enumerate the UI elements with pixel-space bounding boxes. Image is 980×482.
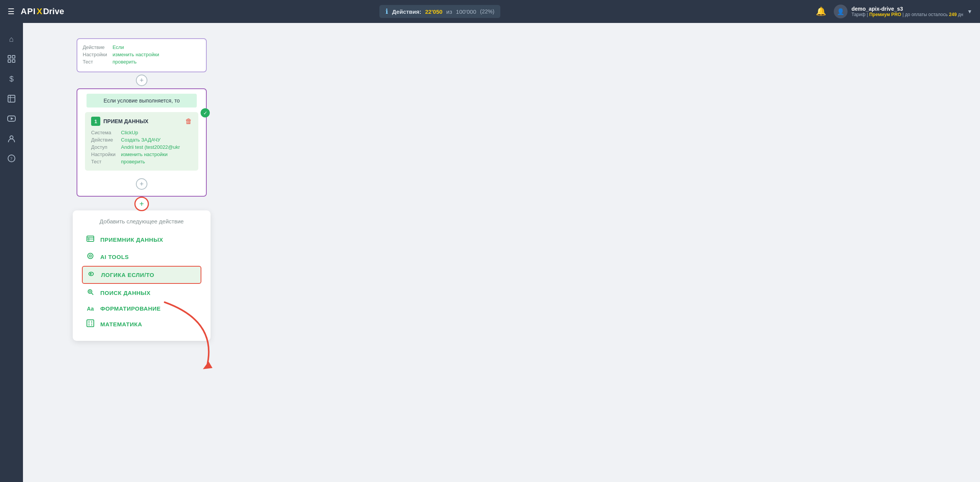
svg-rect-1	[12, 55, 15, 58]
data-search-icon	[86, 288, 95, 298]
actions-total: 100'000	[456, 8, 476, 15]
svg-marker-8	[11, 117, 13, 120]
sidebar-item-billing[interactable]: $	[3, 70, 20, 87]
header-right: 🔔 👤 demo_apix-drive_s3 Тариф | Премиум P…	[816, 5, 972, 18]
top-row-test: Тест проверить	[83, 59, 201, 65]
sidebar-item-help[interactable]: ?	[3, 150, 20, 167]
svg-text:?: ?	[10, 156, 13, 161]
if-logic-icon	[87, 270, 96, 280]
card-row-system: Система ClickUp	[91, 130, 192, 135]
actions-pct: (22%)	[480, 8, 494, 15]
menu-item-math[interactable]: МАТЕМАТИКА	[82, 316, 201, 332]
menu-item-data-search[interactable]: ПОИСК ДАННЫХ	[82, 285, 201, 301]
if-logic-label: ЛОГИКА ЕСЛИ/ТО	[101, 272, 154, 278]
main-layout: ⌂ $	[0, 23, 980, 482]
card-row-action: Действие Создать ЗАДАЧУ	[91, 137, 192, 143]
user-plan: Тариф | Премиум PRO | до оплаты осталось…	[851, 12, 963, 17]
math-icon	[86, 319, 95, 329]
content-area: Действие Если Настройки изменить настрой…	[23, 23, 980, 482]
card-header: 1 ПРИЕМ ДАННЫХ 🗑	[91, 117, 192, 126]
user-name: demo_apix-drive_s3	[851, 6, 963, 12]
card-number: 1	[91, 117, 100, 126]
actions-label: Действия:	[392, 8, 421, 15]
svg-rect-12	[87, 236, 94, 241]
data-receiver-icon	[86, 235, 95, 244]
add-action-button[interactable]: +	[134, 197, 149, 211]
card-row-access: Доступ Andrii test (test20022@ukr	[91, 144, 192, 150]
logo-x: X	[37, 7, 42, 16]
bell-icon[interactable]: 🔔	[816, 7, 826, 16]
logo: API X Drive	[21, 7, 64, 16]
formatting-label: ФОРМАТИРОВАНИЕ	[100, 305, 161, 312]
svg-point-18	[90, 256, 91, 256]
svg-rect-3	[12, 60, 15, 62]
logo-drive: Drive	[43, 7, 64, 16]
header-left: ☰ API X Drive	[8, 7, 64, 16]
hamburger-icon[interactable]: ☰	[8, 7, 15, 16]
card-row-test: Тест проверить	[91, 159, 192, 164]
card-row-settings: Настройки изменить настройки	[91, 151, 192, 157]
sidebar-item-profile[interactable]	[3, 130, 20, 147]
add-action-box: Добавить следующее действие ПРИЕМНИК ДАН…	[73, 210, 211, 341]
add-action-title: Добавить следующее действие	[82, 218, 201, 225]
sidebar-item-youtube[interactable]	[3, 110, 20, 127]
menu-item-if-logic[interactable]: ЛОГИКА ЕСЛИ/ТО	[82, 266, 201, 284]
data-card: 1 ПРИЕМ ДАННЫХ 🗑 Система ClickUp Действи…	[85, 112, 198, 171]
actions-used: 22'050	[425, 8, 443, 15]
svg-rect-0	[8, 55, 11, 58]
actions-counter: ℹ Действия: 22'050 из 100'000 (22%)	[379, 5, 500, 18]
add-action-wrapper: + Добавить следующее действие	[73, 197, 211, 341]
svg-marker-31	[203, 362, 212, 369]
sidebar: ⌂ $	[0, 23, 23, 482]
logo-api: API	[21, 7, 36, 16]
sidebar-item-tools[interactable]	[3, 90, 20, 107]
top-condition-card: Действие Если Настройки изменить настрой…	[77, 38, 207, 72]
card-check-icon: ✓	[201, 108, 210, 117]
top-row-settings: Настройки изменить настройки	[83, 52, 201, 57]
data-receiver-label: ПРИЕМНИК ДАННЫХ	[100, 236, 163, 243]
menu-item-ai-tools[interactable]: AI TOOLS	[82, 249, 201, 265]
user-section[interactable]: 👤 demo_apix-drive_s3 Тариф | Премиум PRO…	[834, 5, 972, 18]
ai-tools-icon	[86, 252, 95, 262]
top-row-action: Действие Если	[83, 44, 201, 50]
menu-item-formatting[interactable]: Aa ФОРМАТИРОВАНИЕ	[82, 302, 201, 315]
svg-point-9	[10, 136, 13, 139]
delete-card-icon[interactable]: 🗑	[185, 117, 192, 125]
ai-tools-label: AI TOOLS	[100, 254, 129, 260]
actions-separator: из	[446, 8, 452, 15]
svg-point-20	[89, 291, 91, 292]
user-info: demo_apix-drive_s3 Тариф | Премиум PRO |…	[851, 6, 963, 17]
card-title: ПРИЕМ ДАННЫХ	[103, 118, 185, 124]
chevron-down-icon: ▼	[967, 8, 972, 15]
menu-item-data-receiver[interactable]: ПРИЕМНИК ДАННЫХ	[82, 231, 201, 248]
sidebar-item-home[interactable]: ⌂	[3, 31, 20, 47]
svg-rect-4	[8, 95, 15, 102]
header: ☰ API X Drive ℹ Действия: 22'050 из 100'…	[0, 0, 980, 23]
flow-canvas: Действие Если Настройки изменить настрой…	[46, 38, 237, 341]
svg-rect-2	[8, 60, 11, 62]
data-search-label: ПОИСК ДАННЫХ	[100, 290, 150, 296]
math-label: МАТЕМАТИКА	[100, 321, 142, 327]
condition-block: Если условие выполняется, то ✓ 1 ПРИЕМ Д…	[77, 88, 207, 197]
svg-line-21	[91, 293, 93, 295]
svg-rect-22	[87, 320, 94, 327]
avatar: 👤	[834, 5, 848, 18]
condition-label: Если условие выполняется, то	[87, 94, 197, 107]
info-icon: ℹ	[385, 7, 388, 16]
connector-inner[interactable]: +	[136, 178, 147, 190]
connector-1[interactable]: +	[136, 75, 147, 86]
sidebar-item-flows[interactable]	[3, 50, 20, 67]
formatting-icon: Aa	[86, 306, 95, 312]
